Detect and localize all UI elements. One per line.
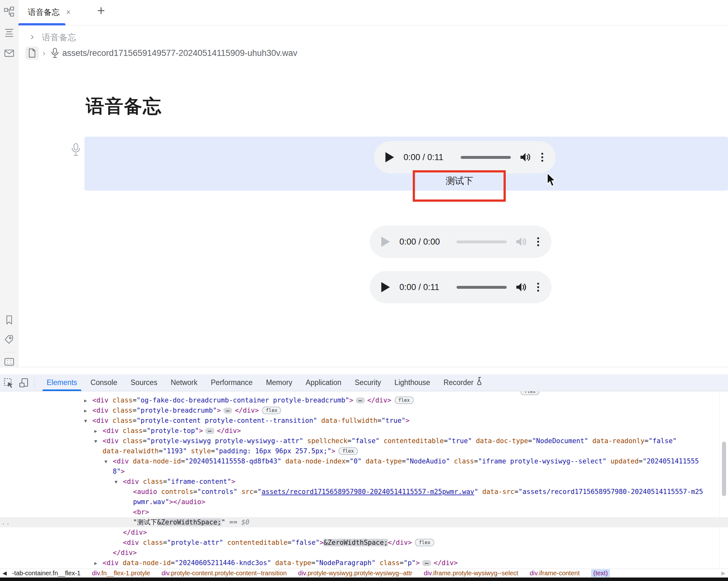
overflow-menu-icon[interactable] xyxy=(541,153,543,162)
tab-voice-memo[interactable]: 语音备忘 xyxy=(28,7,60,18)
dom-breadcrumb-item[interactable]: div.iframe.protyle-wysiwyg--select xyxy=(424,570,518,577)
ellipsis-expand-button[interactable]: … xyxy=(205,428,214,434)
dom-breadcrumb-item[interactable]: div.protyle-content.protyle-content--tra… xyxy=(162,570,287,577)
volume-icon[interactable] xyxy=(516,282,526,292)
twisty-closed-icon[interactable]: ▶ xyxy=(94,558,103,568)
devtools-tab-performance[interactable]: Performance xyxy=(204,374,259,391)
seek-bar[interactable] xyxy=(461,156,511,159)
audio-player[interactable]: 0:00 / 0:00 xyxy=(370,226,551,258)
asset-breadcrumb-path[interactable]: assets/record1715659149577-2024051411590… xyxy=(62,48,297,58)
seek-bar[interactable] xyxy=(457,286,507,289)
twisty-open-icon[interactable]: ▼ xyxy=(84,416,93,426)
ellipsis-expand-button[interactable]: … xyxy=(422,560,431,566)
devtools-tab-sources[interactable]: Sources xyxy=(124,374,164,391)
code-token: "iframe protyle-wysiwyg--select" xyxy=(478,457,607,465)
seek-bar[interactable] xyxy=(457,241,507,243)
frame-capture-icon[interactable] xyxy=(4,356,15,367)
chevron-right-icon[interactable]: › xyxy=(30,30,34,42)
dom-tree-line[interactable]: 8"> xyxy=(0,466,728,477)
dom-tree-line[interactable]: data-realwidth="1193" style="padding: 16… xyxy=(0,446,728,456)
dom-breadcrumb-item[interactable]: -tab-container.fn__flex-1 xyxy=(12,570,81,577)
doc-breadcrumb[interactable]: 语音备忘 xyxy=(42,32,76,43)
code-token: "20240605211446-kndc3os" xyxy=(175,559,271,567)
bookmark-icon[interactable] xyxy=(4,314,15,325)
scrollbar-thumb[interactable] xyxy=(722,441,726,496)
inbox-mail-icon[interactable] xyxy=(4,48,15,58)
dom-tree-line[interactable]: ▶<div class="protyle-breadcrumb">…</div>… xyxy=(0,405,728,415)
play-button[interactable] xyxy=(381,282,390,292)
outline-icon[interactable] xyxy=(4,27,15,38)
dom-tree-line[interactable]: <br> xyxy=(0,507,728,517)
code-token: = xyxy=(163,539,167,546)
volume-icon[interactable] xyxy=(520,152,530,162)
dom-breadcrumb-item[interactable]: div.iframe-content xyxy=(529,570,579,577)
code-token: class xyxy=(112,417,132,424)
dom-tree-line[interactable]: </div> xyxy=(0,527,728,537)
code-token: = xyxy=(142,427,147,434)
twisty-closed-icon[interactable]: ▶ xyxy=(84,396,93,406)
tag-icon[interactable] xyxy=(4,334,15,345)
twisty-closed-icon[interactable]: ▶ xyxy=(94,426,103,436)
code-token: </div> xyxy=(388,539,412,546)
breadcrumb-back-icon[interactable]: ◀ xyxy=(3,570,7,577)
dom-tree-line[interactable]: ▼<div class="protyle-content protyle-con… xyxy=(0,415,728,426)
flex-badge[interactable]: flex xyxy=(338,447,358,455)
code-token: == xyxy=(226,519,242,526)
devtools-tab-network[interactable]: Network xyxy=(164,374,204,391)
dom-breadcrumb-item[interactable]: div.fn__flex-1.protyle xyxy=(92,570,150,577)
devtools-tab-application[interactable]: Application xyxy=(299,374,348,391)
dom-tree-line[interactable]: ▶<div class="og-fake-doc-breadcrumb-cont… xyxy=(0,395,728,405)
graph-icon[interactable] xyxy=(4,6,15,17)
code-token xyxy=(362,457,366,465)
dom-tree-line[interactable]: </div> xyxy=(0,548,728,558)
dom-tree-line[interactable]: <audio controls="controls" src="assets/r… xyxy=(0,487,728,497)
dom-tree-line[interactable]: <div class="protyle-attr" contenteditabl… xyxy=(0,537,728,548)
scrollbar-track xyxy=(720,391,720,569)
devtools-tab-elements[interactable]: Elements xyxy=(40,374,84,391)
volume-icon[interactable] xyxy=(516,237,526,247)
device-toolbar-icon[interactable] xyxy=(19,378,29,388)
dom-tree-line[interactable]: ▶<div class="protyle-top">…</div> xyxy=(0,426,728,436)
twisty-open-icon[interactable]: ▼ xyxy=(94,436,103,446)
devtools-tab-lighthouse[interactable]: Lighthouse xyxy=(388,374,437,391)
code-token xyxy=(375,559,380,567)
breadcrumb-forward-icon[interactable]: ▶ xyxy=(721,570,725,577)
play-button[interactable] xyxy=(385,152,394,162)
dom-tree-line[interactable]: ▼<div class="iframe-content"> xyxy=(0,477,728,487)
play-button[interactable] xyxy=(381,237,390,247)
code-token: > xyxy=(121,468,125,475)
overflow-menu-icon[interactable] xyxy=(537,283,539,292)
devtools-tab-console[interactable]: Console xyxy=(84,374,124,391)
flex-badge[interactable]: flex xyxy=(262,407,281,414)
devtools-tab-memory[interactable]: Memory xyxy=(259,374,299,391)
ellipsis-expand-button[interactable]: … xyxy=(224,408,232,413)
code-token: <div xyxy=(123,478,143,485)
code-token: data-readonly xyxy=(593,437,645,445)
dom-breadcrumb-bar: -tab-container.fn__flex-1div.fn__flex-1.… xyxy=(0,569,728,578)
dom-breadcrumb-item[interactable]: div.protyle-wysiwyg.protyle-wysiwyg--att… xyxy=(298,570,412,577)
inspect-element-icon[interactable] xyxy=(4,378,14,388)
dom-tree-line[interactable]: ▶<div data-node-id="20240605211446-kndc3… xyxy=(0,558,728,568)
overflow-menu-icon[interactable] xyxy=(537,237,539,246)
audio-player[interactable]: 0:00 / 0:11 xyxy=(370,271,551,303)
flex-badge[interactable]: flex xyxy=(395,397,414,404)
devtools-tab-recorder[interactable]: Recorder xyxy=(437,374,490,391)
document-icon[interactable] xyxy=(25,46,39,60)
ellipsis-expand-button[interactable]: … xyxy=(356,397,365,403)
audio-player[interactable]: 0:00 / 0:11 xyxy=(374,141,555,173)
dom-tree-line[interactable]: .."测试下&ZeroWidthSpace;" == $0 xyxy=(0,517,728,527)
twisty-open-icon[interactable]: ▼ xyxy=(114,477,123,487)
dom-tree-line[interactable]: pwmr.wav"></audio> xyxy=(0,497,728,507)
dom-breadcrumb-item[interactable]: (text) xyxy=(591,569,610,577)
block-gutter-microphone-icon[interactable] xyxy=(71,143,81,156)
code-token: <div xyxy=(93,407,112,414)
flex-badge[interactable]: flex xyxy=(520,391,539,395)
twisty-open-icon[interactable]: ▼ xyxy=(104,456,113,466)
twisty-closed-icon[interactable]: ▶ xyxy=(84,406,93,416)
devtools-tab-security[interactable]: Security xyxy=(348,374,388,391)
new-tab-button[interactable]: + xyxy=(97,3,105,19)
flex-badge[interactable]: flex xyxy=(415,539,434,546)
tab-close-icon[interactable]: × xyxy=(66,8,71,17)
dom-tree-line[interactable]: ▼<div class="protyle-wysiwyg protyle-wys… xyxy=(0,436,728,446)
dom-tree-line[interactable]: ▼<div data-node-id="20240514115558-qd8fb… xyxy=(0,456,728,466)
